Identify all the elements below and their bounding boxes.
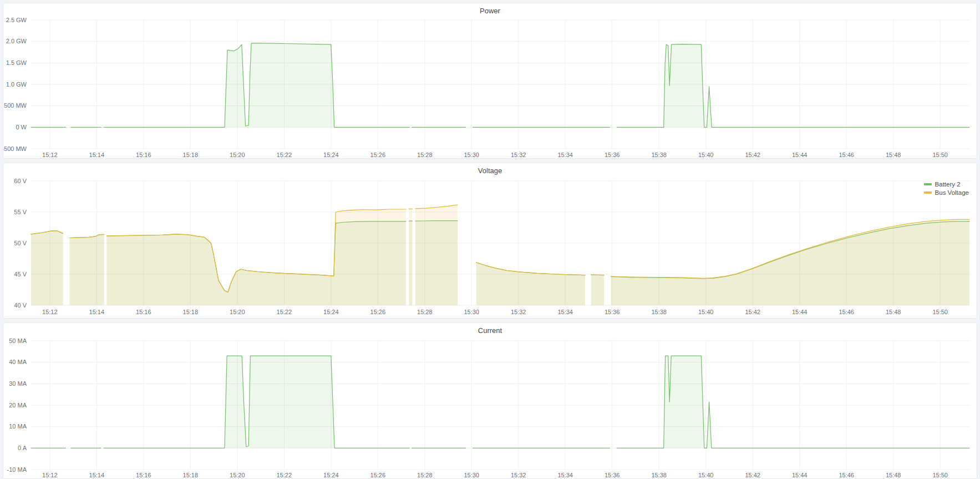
series-bus-voltage: [31, 205, 969, 305]
svg-text:50 MA: 50 MA: [9, 337, 27, 344]
svg-text:15:12: 15:12: [42, 152, 58, 158]
svg-text:15:20: 15:20: [230, 152, 245, 158]
series-group: [31, 205, 969, 305]
svg-text:15:44: 15:44: [792, 309, 808, 315]
svg-text:15:50: 15:50: [932, 152, 948, 158]
svg-text:55 V: 55 V: [14, 209, 27, 215]
svg-text:15:14: 15:14: [89, 309, 105, 315]
svg-text:15:38: 15:38: [651, 309, 667, 315]
svg-text:15:42: 15:42: [745, 472, 760, 478]
svg-text:15:36: 15:36: [605, 152, 620, 158]
dashboard: Power 2.5 GW2.0 GW1.5 GW1.0 GW500 MW0 W-…: [0, 0, 980, 479]
svg-text:40 MA: 40 MA: [9, 359, 27, 365]
svg-text:15:30: 15:30: [464, 472, 479, 478]
svg-text:15:40: 15:40: [698, 152, 714, 158]
svg-text:30 MA: 30 MA: [9, 380, 27, 387]
svg-text:15:42: 15:42: [745, 152, 760, 158]
svg-text:15:24: 15:24: [323, 472, 339, 478]
svg-text:50 V: 50 V: [14, 240, 27, 246]
svg-text:15:16: 15:16: [136, 472, 151, 478]
svg-text:15:40: 15:40: [698, 309, 714, 315]
series-power: [31, 43, 969, 128]
svg-text:15:22: 15:22: [277, 152, 292, 158]
svg-text:15:14: 15:14: [89, 472, 105, 478]
voltage-legend: Battery 2 Bus Voltage: [924, 181, 969, 196]
svg-text:15:18: 15:18: [183, 472, 199, 478]
svg-text:15:22: 15:22: [277, 472, 292, 478]
svg-text:15:22: 15:22: [277, 309, 292, 315]
series-group: [31, 356, 969, 448]
svg-text:15:42: 15:42: [745, 309, 760, 315]
bus-voltage-series-swatch: [924, 191, 932, 194]
voltage-panel-title[interactable]: Voltage: [3, 163, 977, 177]
svg-text:15:26: 15:26: [370, 152, 386, 158]
svg-text:15:18: 15:18: [183, 309, 199, 315]
svg-text:15:18: 15:18: [183, 152, 199, 158]
svg-text:500 MW: 500 MW: [4, 102, 27, 109]
svg-text:10 MA: 10 MA: [9, 423, 27, 430]
svg-text:15:38: 15:38: [651, 472, 667, 478]
x-axis-labels: 15:1215:1415:1615:1815:2015:2215:2415:26…: [42, 472, 948, 478]
svg-text:15:32: 15:32: [511, 309, 526, 315]
svg-text:15:44: 15:44: [792, 472, 808, 478]
svg-text:15:48: 15:48: [886, 472, 901, 478]
svg-text:15:20: 15:20: [230, 472, 245, 478]
y-axis-labels: 50 MA40 MA30 MA20 MA10 MA0 A-10 MA: [7, 337, 27, 473]
power-chart[interactable]: 2.5 GW2.0 GW1.5 GW1.0 GW500 MW0 W-500 MW…: [3, 17, 977, 159]
voltage-panel: Voltage 60 V55 V50 V45 V40 V15:1215:1415…: [3, 163, 977, 319]
svg-text:15:44: 15:44: [792, 152, 808, 158]
svg-text:15:50: 15:50: [932, 472, 948, 478]
legend-label: Bus Voltage: [935, 189, 969, 196]
series-group: [31, 43, 969, 128]
svg-text:15:26: 15:26: [370, 472, 386, 478]
svg-text:15:36: 15:36: [605, 472, 620, 478]
legend-item-battery-2[interactable]: Battery 2: [924, 181, 969, 188]
svg-text:40 V: 40 V: [14, 302, 27, 309]
grid: [31, 20, 969, 149]
svg-text:15:14: 15:14: [89, 152, 105, 158]
svg-text:15:20: 15:20: [230, 309, 245, 315]
series-current: [31, 356, 969, 448]
svg-text:15:24: 15:24: [323, 309, 339, 315]
svg-text:-10 MA: -10 MA: [7, 466, 27, 473]
x-axis-labels: 15:1215:1415:1615:1815:2015:2215:2415:26…: [42, 152, 948, 158]
power-panel-title[interactable]: Power: [3, 3, 977, 17]
voltage-chart[interactable]: 60 V55 V50 V45 V40 V15:1215:1415:1615:18…: [3, 177, 977, 319]
svg-text:15:48: 15:48: [886, 309, 901, 315]
svg-text:15:48: 15:48: [886, 152, 901, 158]
legend-item-bus-voltage[interactable]: Bus Voltage: [924, 189, 969, 196]
svg-text:0 W: 0 W: [16, 124, 27, 130]
svg-text:60 V: 60 V: [14, 178, 27, 184]
legend-label: Battery 2: [935, 181, 961, 188]
svg-text:20 MA: 20 MA: [9, 402, 27, 409]
svg-text:-500 MW: -500 MW: [3, 145, 27, 152]
svg-text:15:32: 15:32: [511, 472, 526, 478]
svg-text:15:46: 15:46: [839, 152, 854, 158]
svg-text:15:46: 15:46: [839, 309, 854, 315]
svg-text:15:38: 15:38: [651, 152, 667, 158]
y-axis-labels: 60 V55 V50 V45 V40 V: [14, 178, 27, 309]
svg-text:1.5 GW: 1.5 GW: [6, 59, 27, 66]
svg-text:15:26: 15:26: [370, 309, 386, 315]
svg-text:15:12: 15:12: [42, 472, 58, 478]
svg-text:15:40: 15:40: [698, 472, 714, 478]
svg-text:15:16: 15:16: [136, 309, 151, 315]
svg-text:2.0 GW: 2.0 GW: [6, 38, 27, 44]
current-panel: Current 50 MA40 MA30 MA20 MA10 MA0 A-10 …: [3, 322, 977, 479]
svg-text:15:36: 15:36: [605, 309, 620, 315]
svg-text:15:24: 15:24: [323, 152, 339, 158]
svg-text:45 V: 45 V: [14, 271, 27, 278]
current-panel-title[interactable]: Current: [3, 323, 977, 336]
current-chart[interactable]: 50 MA40 MA30 MA20 MA10 MA0 A-10 MA15:121…: [3, 336, 977, 479]
svg-text:15:46: 15:46: [839, 472, 854, 478]
svg-text:0 A: 0 A: [18, 445, 27, 451]
power-panel: Power 2.5 GW2.0 GW1.5 GW1.0 GW500 MW0 W-…: [3, 3, 977, 159]
svg-text:15:32: 15:32: [511, 152, 526, 158]
svg-text:15:34: 15:34: [557, 152, 573, 158]
y-axis-labels: 2.5 GW2.0 GW1.5 GW1.0 GW500 MW0 W-500 MW: [3, 17, 27, 152]
svg-text:15:28: 15:28: [417, 152, 433, 158]
battery-2-series-swatch: [924, 183, 932, 185]
svg-text:15:50: 15:50: [932, 309, 948, 315]
svg-text:15:12: 15:12: [42, 309, 58, 315]
svg-text:15:28: 15:28: [417, 472, 433, 478]
